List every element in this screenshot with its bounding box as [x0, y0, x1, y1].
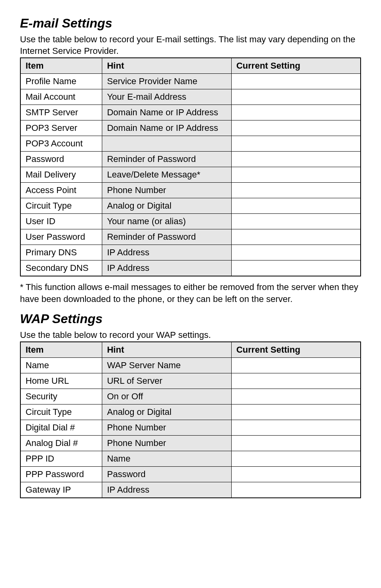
cell-hint: Reminder of Password — [102, 229, 231, 245]
cell-item: Name — [20, 358, 102, 373]
cell-setting[interactable] — [231, 89, 361, 105]
table-row: Circuit TypeAnalog or Digital — [20, 404, 361, 420]
cell-item: Password — [20, 152, 102, 167]
cell-setting[interactable] — [231, 451, 361, 467]
wap-settings-table: Item Hint Current Setting NameWAP Server… — [20, 341, 361, 498]
cell-setting[interactable] — [231, 229, 361, 245]
cell-setting[interactable] — [231, 436, 361, 451]
cell-setting[interactable] — [231, 358, 361, 373]
cell-hint: Phone Number — [102, 436, 231, 451]
cell-item: Access Point — [20, 183, 102, 198]
cell-item: Circuit Type — [20, 198, 102, 214]
cell-item: Security — [20, 389, 102, 404]
header-hint: Hint — [102, 58, 231, 74]
cell-item: PPP Password — [20, 467, 102, 482]
table-row: Primary DNSIP Address — [20, 245, 361, 260]
header-hint: Hint — [102, 342, 231, 358]
cell-setting[interactable] — [231, 389, 361, 404]
cell-hint: Password — [102, 467, 231, 482]
cell-setting[interactable] — [231, 136, 361, 152]
cell-setting[interactable] — [231, 198, 361, 214]
table-row: Profile NameService Provider Name — [20, 74, 361, 89]
table-row: SMTP ServerDomain Name or IP Address — [20, 105, 361, 120]
cell-setting[interactable] — [231, 245, 361, 260]
cell-item: Gateway IP — [20, 482, 102, 498]
header-setting: Current Setting — [231, 342, 361, 358]
cell-hint: WAP Server Name — [102, 358, 231, 373]
cell-setting[interactable] — [231, 420, 361, 436]
cell-hint: IP Address — [102, 482, 231, 498]
cell-hint: URL of Server — [102, 373, 231, 389]
cell-item: Analog Dial # — [20, 436, 102, 451]
table-row: Digital Dial #Phone Number — [20, 420, 361, 436]
cell-setting[interactable] — [231, 183, 361, 198]
email-settings-table: Item Hint Current Setting Profile NameSe… — [20, 57, 361, 276]
email-settings-intro: Use the table below to record your E-mai… — [20, 34, 361, 57]
cell-item: Profile Name — [20, 74, 102, 89]
email-footnote: * This function allows e-mail messages t… — [20, 281, 361, 305]
cell-item: Primary DNS — [20, 245, 102, 260]
cell-hint: On or Off — [102, 389, 231, 404]
table-row: Home URLURL of Server — [20, 373, 361, 389]
cell-item: Home URL — [20, 373, 102, 389]
table-row: Access PointPhone Number — [20, 183, 361, 198]
email-settings-heading: E-mail Settings — [20, 16, 361, 31]
table-row: Mail AccountYour E-mail Address — [20, 89, 361, 105]
cell-item: Digital Dial # — [20, 420, 102, 436]
cell-item: PPP ID — [20, 451, 102, 467]
cell-item: Secondary DNS — [20, 260, 102, 276]
cell-hint: Domain Name or IP Address — [102, 120, 231, 136]
cell-setting[interactable] — [231, 482, 361, 498]
table-row: PasswordReminder of Password — [20, 152, 361, 167]
cell-hint: Leave/Delete Message* — [102, 167, 231, 183]
cell-setting[interactable] — [231, 467, 361, 482]
cell-hint: Name — [102, 451, 231, 467]
cell-item: User Password — [20, 229, 102, 245]
cell-setting[interactable] — [231, 404, 361, 420]
cell-hint: Service Provider Name — [102, 74, 231, 89]
table-header-row: Item Hint Current Setting — [20, 342, 361, 358]
cell-item: Mail Delivery — [20, 167, 102, 183]
cell-setting[interactable] — [231, 152, 361, 167]
table-row: POP3 Account — [20, 136, 361, 152]
cell-setting[interactable] — [231, 74, 361, 89]
cell-hint: Analog or Digital — [102, 404, 231, 420]
table-row: User IDYour name (or alias) — [20, 214, 361, 229]
table-row: Gateway IPIP Address — [20, 482, 361, 498]
table-row: SecurityOn or Off — [20, 389, 361, 404]
cell-setting[interactable] — [231, 105, 361, 120]
cell-hint: Phone Number — [102, 420, 231, 436]
table-header-row: Item Hint Current Setting — [20, 58, 361, 74]
cell-item: User ID — [20, 214, 102, 229]
cell-item: POP3 Account — [20, 136, 102, 152]
cell-item: Circuit Type — [20, 404, 102, 420]
table-row: User PasswordReminder of Password — [20, 229, 361, 245]
cell-setting[interactable] — [231, 373, 361, 389]
cell-hint — [102, 136, 231, 152]
header-item: Item — [20, 58, 102, 74]
cell-hint: Domain Name or IP Address — [102, 105, 231, 120]
table-row: PPP PasswordPassword — [20, 467, 361, 482]
wap-settings-heading: WAP Settings — [20, 312, 361, 326]
table-row: NameWAP Server Name — [20, 358, 361, 373]
cell-hint: Your name (or alias) — [102, 214, 231, 229]
cell-hint: Your E-mail Address — [102, 89, 231, 105]
cell-setting[interactable] — [231, 214, 361, 229]
table-row: Mail DeliveryLeave/Delete Message* — [20, 167, 361, 183]
cell-item: POP3 Server — [20, 120, 102, 136]
table-row: POP3 ServerDomain Name or IP Address — [20, 120, 361, 136]
wap-settings-intro: Use the table below to record your WAP s… — [20, 330, 361, 341]
cell-hint: Reminder of Password — [102, 152, 231, 167]
cell-hint: IP Address — [102, 245, 231, 260]
table-row: Analog Dial #Phone Number — [20, 436, 361, 451]
cell-setting[interactable] — [231, 167, 361, 183]
cell-hint: Phone Number — [102, 183, 231, 198]
cell-item: Mail Account — [20, 89, 102, 105]
cell-setting[interactable] — [231, 120, 361, 136]
header-item: Item — [20, 342, 102, 358]
table-row: PPP IDName — [20, 451, 361, 467]
cell-setting[interactable] — [231, 260, 361, 276]
cell-hint: Analog or Digital — [102, 198, 231, 214]
table-row: Circuit TypeAnalog or Digital — [20, 198, 361, 214]
cell-hint: IP Address — [102, 260, 231, 276]
